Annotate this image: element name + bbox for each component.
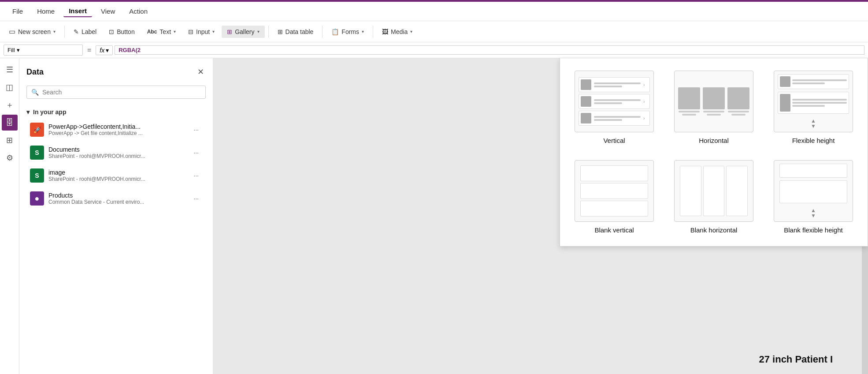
media-label: Media [391, 28, 408, 35]
sidebar-icon-database[interactable]: 🗄 [2, 115, 18, 131]
gallery-label-horizontal: Horizontal [699, 137, 729, 144]
gallery-dropdown: › › [560, 58, 868, 247]
new-screen-label: New screen [18, 28, 51, 35]
gallery-grid: › › [569, 67, 859, 237]
data-item-sub-documents: SharePoint - roohi@MVPROOH.onmicr... [48, 153, 159, 159]
gallery-item-blank-flexible[interactable]: ▲ ▼ Blank flexible height [768, 157, 859, 237]
text-label: Text [160, 28, 171, 35]
data-section-header[interactable]: ▾ In your app [26, 106, 206, 118]
section-chevron: ▾ [26, 108, 30, 116]
text-icon: Abc [147, 29, 157, 35]
gallery-preview-blank-vertical [575, 160, 654, 222]
toolbar: ▭ New screen ▾ ✎ Label ⊡ Button Abc Text… [0, 21, 868, 42]
text-chevron: ▾ [174, 29, 176, 34]
forms-icon: 📋 [331, 28, 339, 35]
main-area: ☰ ◫ ＋ 🗄 ⊞ ⚙ Data ✕ 🔍 ▾ In your app 🚀 Pow… [0, 58, 868, 374]
data-item-name-products: Products [48, 192, 185, 199]
input-icon: ⊟ [188, 28, 193, 35]
separator-3 [322, 26, 323, 38]
data-item-documents[interactable]: S Documents SharePoint - roohi@MVPROOH.o… [26, 141, 206, 164]
section-label: In your app [33, 108, 66, 116]
new-screen-chevron: ▾ [53, 29, 56, 34]
sidebar-icon-menu[interactable]: ☰ [2, 62, 18, 78]
gallery-label-blank-flexible: Blank flexible height [784, 226, 842, 234]
gallery-label-vertical: Vertical [603, 137, 625, 144]
formula-text: RGBA(2 [119, 47, 141, 53]
gallery-item-flexible[interactable]: ▲ ▼ Flexible height [768, 67, 859, 148]
new-screen-button[interactable]: ▭ New screen ▾ [4, 25, 61, 38]
gallery-label-flexible: Flexible height [792, 137, 835, 144]
media-button[interactable]: 🖼 Media ▾ [377, 26, 418, 38]
data-panel-title: Data [26, 67, 44, 77]
bottom-text: 27 inch Patient I [759, 354, 833, 365]
gallery-label-blank-horizontal: Blank horizontal [690, 226, 738, 234]
gallery-preview-horizontal [674, 71, 753, 132]
gallery-preview-vertical: › › [575, 71, 654, 132]
sidebar-icon-layers[interactable]: ◫ [2, 79, 18, 95]
menu-home[interactable]: Home [32, 6, 60, 17]
sidebar-icon-plus[interactable]: ＋ [2, 97, 18, 113]
equals-sign: = [85, 46, 94, 54]
data-table-button[interactable]: ⊞ Data table [272, 26, 319, 38]
input-button[interactable]: ⊟ Input ▾ [183, 26, 220, 38]
forms-chevron: ▾ [362, 29, 364, 34]
data-panel-close-button[interactable]: ✕ [196, 65, 206, 79]
gallery-item-blank-horizontal[interactable]: Blank horizontal [668, 157, 759, 237]
property-chevron: ▾ [17, 47, 20, 53]
data-item-info-documents: Documents SharePoint - roohi@MVPROOH.onm… [48, 146, 185, 159]
gallery-icon: ⊞ [227, 28, 232, 35]
menu-action[interactable]: Action [124, 6, 153, 17]
canvas-area: › › [213, 58, 868, 374]
data-panel-header: Data ✕ [19, 58, 213, 82]
fx-label: fx [100, 47, 104, 54]
search-box: 🔍 [26, 86, 206, 99]
sidebar-icon-components[interactable]: ⊞ [2, 132, 18, 148]
data-item-info-products: Products Common Data Service - Current e… [48, 192, 185, 205]
data-item-icon-powerapp: 🚀 [30, 123, 44, 137]
data-item-more-products[interactable]: ··· [190, 193, 202, 204]
forms-button[interactable]: 📋 Forms ▾ [326, 26, 369, 38]
button-button[interactable]: ⊡ Button [104, 26, 140, 38]
data-item-image[interactable]: S image SharePoint - roohi@MVPROOH.onmic… [26, 164, 206, 187]
label-button[interactable]: ✎ Label [68, 26, 102, 38]
gallery-item-vertical[interactable]: › › [569, 67, 660, 148]
menu-insert[interactable]: Insert [63, 5, 92, 17]
menu-file[interactable]: File [7, 6, 28, 17]
gallery-preview-blank-flexible: ▲ ▼ [774, 160, 853, 222]
gallery-button[interactable]: ⊞ Gallery ▾ [222, 26, 264, 38]
gallery-item-horizontal[interactable]: Horizontal [668, 67, 759, 148]
formula-input[interactable]: RGBA(2 [115, 45, 864, 55]
data-panel: Data ✕ 🔍 ▾ In your app 🚀 PowerApp->Getfi… [19, 58, 213, 374]
new-screen-icon: ▭ [9, 27, 15, 36]
input-chevron: ▾ [212, 29, 215, 34]
text-button[interactable]: Abc Text ▾ [142, 26, 181, 38]
gallery-preview-flexible: ▲ ▼ [774, 71, 853, 132]
data-item-products[interactable]: ● Products Common Data Service - Current… [26, 187, 206, 210]
data-item-more-image[interactable]: ··· [190, 170, 202, 181]
data-item-more-documents[interactable]: ··· [190, 147, 202, 158]
data-item-powerapp[interactable]: 🚀 PowerApp->Getfilecontent,Initia... Pow… [26, 118, 206, 141]
menu-view[interactable]: View [96, 6, 120, 17]
forms-label: Forms [341, 28, 359, 35]
label-icon: ✎ [74, 28, 79, 35]
data-table-icon: ⊞ [278, 28, 283, 35]
input-label: Input [196, 28, 210, 35]
search-input[interactable] [42, 89, 201, 96]
gallery-label-blank-vertical: Blank vertical [594, 226, 634, 234]
property-select[interactable]: Fill ▾ [4, 45, 83, 56]
fx-button[interactable]: fx ▾ [96, 45, 113, 55]
data-item-sub-products: Common Data Service - Current enviro... [48, 199, 159, 205]
data-section-in-app: ▾ In your app 🚀 PowerApp->Getfilecontent… [19, 102, 213, 213]
data-item-name-powerapp: PowerApp->Getfilecontent,Initia... [48, 123, 185, 130]
gallery-chevron: ▾ [257, 29, 260, 34]
sidebar-icon-settings[interactable]: ⚙ [2, 150, 18, 166]
media-chevron: ▾ [410, 29, 412, 34]
formula-bar: Fill ▾ = fx ▾ RGBA(2 [0, 42, 868, 58]
separator-1 [64, 26, 65, 38]
data-item-more-powerapp[interactable]: ··· [190, 124, 202, 135]
media-icon: 🖼 [382, 28, 388, 35]
data-item-icon-documents: S [30, 146, 44, 160]
data-item-sub-powerapp: PowerApp -> Get file content,Initialize … [48, 130, 159, 136]
label-label: Label [82, 28, 96, 35]
gallery-item-blank-vertical[interactable]: Blank vertical [569, 157, 660, 237]
